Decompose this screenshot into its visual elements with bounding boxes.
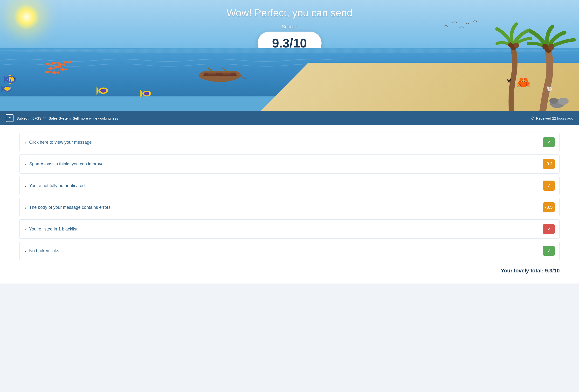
svg-marker-43 — [141, 90, 142, 97]
svg-point-30 — [14, 78, 15, 79]
total-row: Your lovely total: 9.3/10 — [19, 263, 560, 276]
accordion-badge-4: ✓ — [543, 224, 555, 234]
starfish-decoration: ❋ — [507, 78, 511, 84]
accordion-label-3: The body of your message contains errors — [29, 205, 110, 210]
accordion-left-5: ∨No broken links — [24, 248, 59, 253]
accordion-row-4[interactable]: ∨You're listed in 1 blacklist✓ — [19, 219, 560, 239]
svg-marker-13 — [69, 61, 71, 63]
fish-school-decoration — [43, 59, 87, 80]
score-label: Score : — [258, 24, 322, 30]
svg-point-40 — [107, 89, 107, 90]
refresh-button[interactable]: ↻ — [6, 114, 13, 122]
svg-point-47 — [514, 43, 519, 48]
svg-point-6 — [46, 63, 51, 65]
birds-decoration — [439, 19, 487, 39]
accordion-left-1: ∨SpamAssassin thinks you can improve — [24, 162, 103, 167]
svg-point-32 — [4, 87, 10, 91]
chevron-icon-5: ∨ — [24, 249, 27, 253]
chevron-icon-2: ∨ — [24, 184, 27, 188]
svg-point-54 — [549, 98, 558, 104]
tropical-fish-4 — [140, 88, 153, 100]
accordion-left-2: ∨You're not fully authenticated — [24, 183, 85, 188]
svg-marker-28 — [4, 75, 5, 84]
chevron-icon-0: ∨ — [24, 140, 27, 144]
accordion-label-1: SpamAssassin thinks you can improve — [29, 162, 103, 167]
svg-point-45 — [149, 92, 150, 93]
svg-point-20 — [45, 71, 50, 73]
svg-point-8 — [52, 62, 57, 64]
total-text: Your lovely total: 9.3/10 — [501, 268, 560, 274]
svg-point-10 — [58, 63, 63, 66]
received-text: Received 22 hours ago — [536, 116, 573, 120]
accordion-row-3[interactable]: ∨The body of your message contains error… — [19, 198, 560, 217]
svg-point-14 — [48, 67, 53, 70]
accordion-label-4: You're listed in 1 blacklist — [29, 227, 77, 232]
accordion-row-1[interactable]: ∨SpamAssassin thinks you can improve-0.2 — [19, 154, 560, 173]
chevron-icon-4: ∨ — [24, 227, 27, 231]
svg-line-4 — [240, 77, 247, 81]
subject-text: Subject : [6FSS #4] Sales System: Sell m… — [16, 116, 118, 120]
chevron-icon-1: ∨ — [24, 162, 27, 166]
accordion-badge-2: ✓ — [543, 181, 555, 191]
sun-decoration — [14, 5, 39, 29]
subject-left: ↻ Subject : [6FSS #4] Sales System: Sell… — [6, 114, 118, 122]
svg-rect-0 — [208, 73, 217, 74]
accordion-container: ∨Click here to view your message✓∨SpamAs… — [19, 133, 560, 260]
accordion-label-2: You're not fully authenticated — [29, 183, 85, 188]
palm-trees-decoration — [487, 14, 579, 111]
svg-marker-19 — [65, 68, 67, 71]
accordion-badge-5: ✓ — [543, 246, 555, 256]
subject-bar: ↻ Subject : [6FSS #4] Sales System: Sell… — [0, 111, 579, 125]
accordion-badge-0: ✓ — [543, 137, 555, 147]
svg-point-48 — [508, 42, 513, 47]
accordion-row-2[interactable]: ∨You're not fully authenticated✓ — [19, 176, 560, 195]
svg-point-50 — [548, 44, 554, 50]
content-area: ∨Click here to view your message✓∨SpamAs… — [0, 125, 579, 283]
svg-point-53 — [558, 98, 569, 105]
svg-point-22 — [52, 71, 57, 74]
accordion-row-5[interactable]: ∨No broken links✓ — [19, 241, 560, 260]
svg-point-37 — [100, 89, 106, 93]
chevron-icon-3: ∨ — [24, 205, 27, 209]
svg-point-12 — [64, 61, 69, 63]
accordion-left-0: ∨Click here to view your message — [24, 140, 92, 145]
svg-marker-9 — [57, 62, 59, 64]
svg-marker-33 — [1, 85, 3, 92]
refresh-icon: ↻ — [8, 116, 11, 120]
svg-rect-1 — [222, 73, 231, 74]
svg-point-51 — [542, 44, 548, 50]
svg-point-42 — [144, 92, 149, 96]
boat-decoration — [194, 59, 247, 92]
tropical-fish-3 — [96, 85, 111, 98]
svg-marker-21 — [50, 71, 51, 73]
hero-scene: Wow! Perfect, you can send Score : 9.3/1… — [0, 0, 579, 111]
accordion-badge-3: -0.5 — [543, 202, 555, 212]
accordion-label-5: No broken links — [29, 248, 59, 253]
svg-marker-38 — [96, 87, 98, 95]
svg-marker-11 — [63, 63, 65, 66]
accordion-badge-1: -0.2 — [543, 159, 555, 169]
accordion-left-3: ∨The body of your message contains error… — [24, 205, 110, 210]
clock-icon: ⏱ — [531, 116, 535, 120]
tropical-fish-2 — [1, 83, 14, 95]
shell-decoration: 🐚 — [546, 86, 552, 92]
svg-point-18 — [60, 68, 65, 71]
hero-title: Wow! Perfect, you can send — [226, 7, 353, 19]
accordion-label-0: Click here to view your message — [29, 140, 92, 145]
time-received: ⏱ Received 22 hours ago — [531, 116, 573, 120]
svg-point-35 — [10, 88, 11, 88]
accordion-row-0[interactable]: ∨Click here to view your message✓ — [19, 133, 560, 152]
svg-marker-17 — [59, 66, 61, 68]
accordion-left-4: ∨You're listed in 1 blacklist — [24, 227, 77, 232]
svg-point-16 — [54, 66, 59, 68]
svg-marker-23 — [57, 71, 59, 74]
